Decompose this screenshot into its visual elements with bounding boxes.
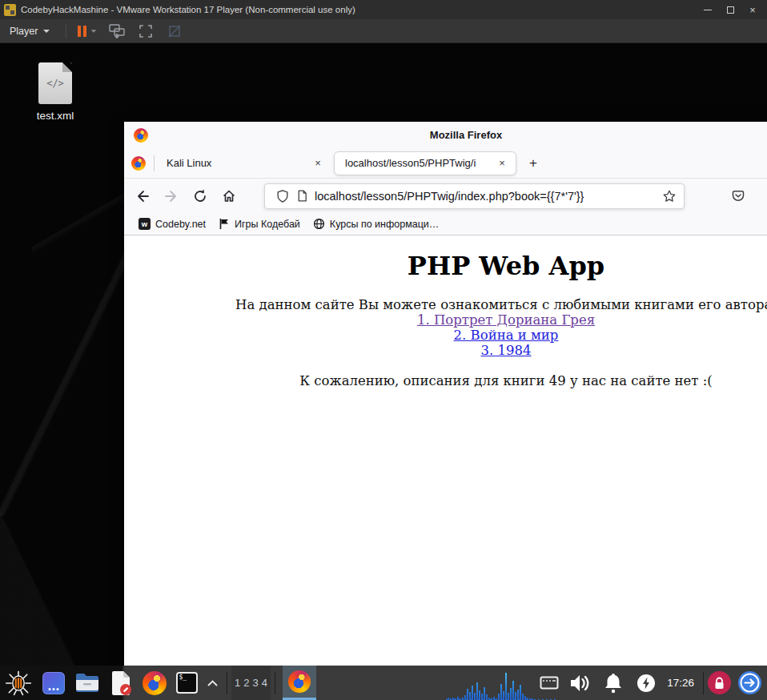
- bookmark-star-button[interactable]: [660, 187, 679, 206]
- terminal-icon: $_: [176, 672, 198, 694]
- panel-divider: [703, 672, 704, 694]
- url-text[interactable]: localhost/lesson5/PHPTwig/index.php?book…: [315, 190, 660, 203]
- wallpaper-shape: [32, 139, 128, 268]
- bell-icon: [603, 672, 624, 694]
- book-link-1[interactable]: 1. Портрет Дориана Грея: [124, 312, 767, 328]
- firefox-logo-icon: [288, 670, 311, 693]
- clock[interactable]: 17:26: [667, 677, 694, 689]
- launcher-firefox[interactable]: [138, 666, 171, 700]
- minimize-icon: [704, 10, 712, 10]
- minimize-button[interactable]: [697, 1, 719, 18]
- maximize-button[interactable]: [719, 1, 741, 18]
- tab-kali-linux[interactable]: Kali Linux ×: [156, 151, 331, 175]
- terminal-glyph: $_: [179, 674, 187, 681]
- firefox-task-button-active[interactable]: [283, 666, 316, 700]
- bookmark-label: Codeby.net: [155, 219, 206, 230]
- desktop-file-testxml[interactable]: </> test.xml: [19, 62, 91, 122]
- vmware-app-icon: [4, 4, 16, 16]
- workspace-1[interactable]: 1: [235, 677, 240, 689]
- lock-screen-button[interactable]: [708, 671, 731, 694]
- site-info-button[interactable]: [292, 187, 311, 206]
- page-message: К сожалению, описания для книги 49 у нас…: [124, 373, 767, 388]
- ctrl-alt-del-button[interactable]: [105, 22, 129, 41]
- firefox-logo-icon: [143, 671, 167, 695]
- bookmark-codeby[interactable]: w Codeby.net: [132, 215, 212, 233]
- firefox-window: Mozilla Firefox Kali Linux × localhost/l…: [124, 122, 767, 666]
- workspace-4[interactable]: 4: [262, 677, 267, 689]
- player-menu-label: Player: [10, 26, 38, 37]
- flag-icon: [219, 218, 230, 230]
- chevron-down-icon: [91, 30, 97, 32]
- forward-button[interactable]: [159, 183, 184, 209]
- tracking-shield-button[interactable]: [273, 187, 292, 206]
- folder-icon: [74, 672, 100, 694]
- pocket-icon: [730, 188, 746, 204]
- launcher-terminal[interactable]: $_: [171, 666, 202, 700]
- new-tab-button[interactable]: +: [523, 153, 544, 174]
- desktop-file-label: test.xml: [19, 110, 91, 122]
- vmware-player-window: CodebyHackMashine - VMware Workstation 1…: [0, 0, 767, 700]
- bookmark-label: Игры Кодебай: [235, 219, 300, 230]
- launcher-file-manager[interactable]: [70, 666, 104, 700]
- fullscreen-button[interactable]: [134, 22, 158, 41]
- tab-close-button[interactable]: ×: [493, 155, 511, 172]
- workspace-switcher: 1 2 3 4: [231, 666, 271, 700]
- book-link-3[interactable]: 3. 1984: [124, 343, 767, 358]
- reload-button[interactable]: [187, 183, 213, 209]
- pocket-button[interactable]: [726, 184, 750, 208]
- logout-arrow-icon: [738, 671, 761, 694]
- firefox-nav-toolbar: localhost/lesson5/PHPTwig/index.php?book…: [124, 179, 767, 213]
- close-button[interactable]: ×: [741, 1, 764, 18]
- workspace-2[interactable]: 2: [243, 677, 249, 689]
- web-page-content: PHP Web App На данном сайте Вы можете оз…: [124, 235, 767, 665]
- toolbar-divider: [66, 24, 66, 38]
- firefox-window-title: Mozilla Firefox: [430, 129, 502, 141]
- battery-charging-icon: [636, 674, 656, 693]
- unity-disabled-icon: [167, 23, 183, 39]
- globe-icon: [313, 218, 325, 230]
- firefox-titlebar[interactable]: Mozilla Firefox: [124, 122, 767, 148]
- vmware-titlebar: CodebyHackMashine - VMware Workstation 1…: [0, 0, 767, 19]
- notifications-button[interactable]: [596, 666, 630, 700]
- vmware-window-title: CodebyHackMashine - VMware Workstation 1…: [21, 5, 697, 14]
- back-button[interactable]: [130, 183, 155, 209]
- volume-button[interactable]: [563, 666, 596, 700]
- book-link-2[interactable]: 2. Война и мир: [124, 328, 767, 343]
- launcher-text-editor[interactable]: [104, 666, 138, 700]
- tab-close-button[interactable]: ×: [309, 155, 327, 172]
- workspace-3[interactable]: 3: [252, 677, 258, 689]
- firefox-view-icon[interactable]: [131, 156, 146, 171]
- home-button[interactable]: [216, 183, 242, 209]
- bookmark-games[interactable]: Игры Кодебай: [212, 215, 307, 233]
- kali-taskbar: $_ 1 2 3 4: [0, 666, 767, 700]
- keyboard-layout-button[interactable]: [536, 666, 563, 700]
- player-menu[interactable]: Player: [0, 19, 58, 42]
- panel-divider: [227, 672, 227, 694]
- bookmarks-toolbar: w Codeby.net Игры Кодебай: [124, 213, 767, 235]
- kali-menu-button[interactable]: [0, 666, 37, 700]
- tab-localhost-active[interactable]: localhost/lesson5/PHPTwig/i ×: [334, 151, 516, 175]
- shield-icon: [275, 189, 290, 203]
- padlock-icon: [713, 677, 725, 690]
- logout-button[interactable]: [738, 671, 761, 694]
- back-icon: [135, 188, 151, 204]
- firefox-logo-icon: [134, 128, 148, 143]
- bookmark-courses[interactable]: Курсы по информаци…: [307, 215, 446, 233]
- xml-file-icon: </>: [38, 62, 72, 104]
- star-icon: [662, 189, 677, 203]
- page-title: PHP Web App: [124, 235, 767, 281]
- launcher-dashboard[interactable]: [37, 666, 70, 700]
- suspend-vm-button[interactable]: [74, 26, 100, 37]
- panel-expand-button[interactable]: [202, 666, 223, 700]
- url-bar[interactable]: localhost/lesson5/PHPTwig/index.php?book…: [264, 183, 685, 209]
- page-intro: На данном сайте Вы можете ознакомиться с…: [124, 297, 767, 312]
- home-icon: [221, 188, 237, 204]
- keyboard-icon: [540, 676, 559, 690]
- maximize-icon: [727, 6, 734, 14]
- text-editor-icon: [109, 670, 133, 696]
- code-glyph: </>: [46, 78, 64, 89]
- tab-label: Kali Linux: [167, 157, 309, 169]
- panel-divider: [275, 672, 275, 694]
- power-manager-button[interactable]: [630, 666, 662, 700]
- forward-icon: [163, 188, 179, 204]
